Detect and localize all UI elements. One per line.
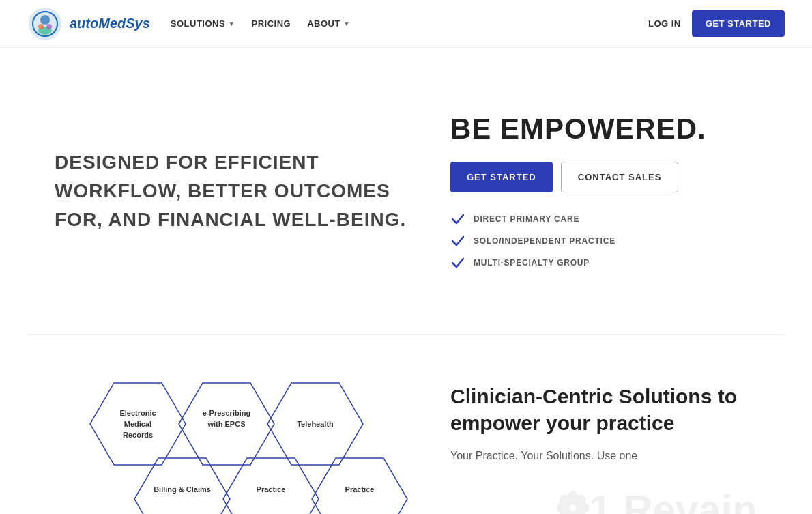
svg-text:Telehealth: Telehealth (297, 420, 334, 428)
svg-text:Electronic: Electronic (119, 409, 156, 417)
nav-links: SOLUTIONS ▼ PRICING ABOUT ▼ (171, 18, 351, 29)
svg-point-5 (46, 24, 52, 29)
contact-sales-button[interactable]: CONTACT SALES (561, 162, 679, 192)
svg-text:Practice: Practice (257, 485, 286, 494)
logo-text: autoMedSys (70, 16, 150, 31)
hex-practice-2: Practice (312, 458, 407, 514)
get-started-hero-button[interactable]: GET STARTED (450, 162, 553, 192)
logo[interactable]: autoMedSys (27, 6, 150, 42)
hero-right: BE EMPOWERED. GET STARTED CONTACT SALES … (409, 113, 757, 270)
list-item: DIRECT PRIMARY CARE (450, 212, 757, 227)
chevron-down-icon: ▼ (228, 20, 235, 27)
hex-eprescribing: e-Prescribing with EPCS (179, 383, 274, 465)
list-item: SOLO/INDEPENDENT PRACTICE (450, 233, 757, 248)
hero-left: DESIGNED FOR EFFICIENT WORKFLOW, BETTER … (55, 148, 409, 234)
nav-about[interactable]: ABOUT ▼ (307, 18, 350, 29)
log-in-button[interactable]: LOG IN (648, 18, 681, 29)
hero-heading: DESIGNED FOR EFFICIENT WORKFLOW, BETTER … (55, 148, 409, 234)
solutions-subtitle: Your Practice. Your Solutions. Use one (450, 447, 757, 465)
list-item: MULTI-SPECIALTY GROUP (450, 255, 757, 270)
hex-diagram: Electronic Medical Records e-Prescribing… (55, 376, 409, 514)
revain-watermark: ❁1 Revain (450, 485, 757, 514)
navbar-right: LOG IN GET STARTED (648, 10, 785, 37)
nav-solutions[interactable]: SOLUTIONS ▼ (171, 18, 235, 29)
solutions-section: Electronic Medical Records e-Prescribing… (0, 335, 812, 514)
chevron-down-icon: ▼ (343, 20, 350, 27)
logo-icon (27, 6, 63, 42)
empowered-title: BE EMPOWERED. (450, 113, 757, 145)
hero-section: DESIGNED FOR EFFICIENT WORKFLOW, BETTER … (0, 48, 812, 334)
svg-text:Medical: Medical (124, 420, 151, 428)
solutions-title: Clinician-Centric Solutions to empower y… (450, 383, 757, 436)
hex-electronic-medical-records: Electronic Medical Records (90, 383, 186, 465)
revain-watermark-area: ❁1 Revain (450, 485, 757, 514)
svg-text:with EPCS: with EPCS (207, 420, 245, 428)
svg-text:e-Prescribing: e-Prescribing (203, 409, 250, 417)
checkmark-icon (450, 212, 465, 227)
checkmark-icon (450, 233, 465, 248)
check-list: DIRECT PRIMARY CARE SOLO/INDEPENDENT PRA… (450, 212, 757, 270)
navbar-left: autoMedSys SOLUTIONS ▼ PRICING ABOUT ▼ (27, 6, 350, 42)
svg-point-4 (38, 24, 44, 29)
get-started-nav-button[interactable]: GET STARTED (692, 10, 785, 37)
nav-pricing[interactable]: PRICING (252, 18, 291, 29)
hex-practice-1: Practice (223, 458, 319, 514)
svg-text:Records: Records (123, 431, 153, 439)
hero-buttons: GET STARTED CONTACT SALES (450, 162, 757, 192)
svg-text:Practice: Practice (345, 485, 375, 494)
hex-billing-claims: Billing & Claims (134, 458, 230, 514)
checkmark-icon (450, 255, 465, 270)
hexagon-grid: Electronic Medical Records e-Prescribing… (55, 376, 409, 514)
svg-text:Billing & Claims: Billing & Claims (154, 485, 211, 494)
hex-telehealth: Telehealth (267, 383, 363, 465)
navbar: autoMedSys SOLUTIONS ▼ PRICING ABOUT ▼ L… (0, 0, 812, 48)
solutions-right: Clinician-Centric Solutions to empower y… (450, 376, 757, 514)
svg-point-2 (40, 15, 50, 25)
